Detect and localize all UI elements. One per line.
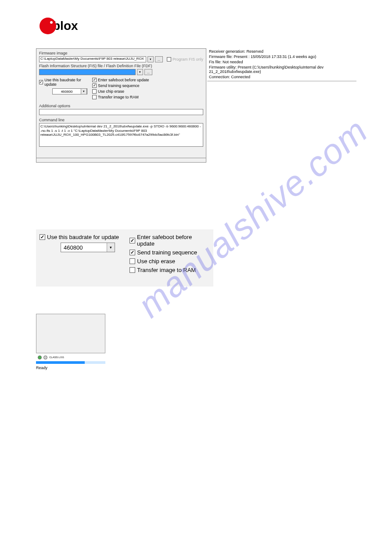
ready-status: Ready bbox=[36, 366, 105, 370]
use-baudrate-checkbox-zoom[interactable] bbox=[40, 234, 45, 240]
command-line-output: C:\Users\hunking\Desktop\uInternal dev 2… bbox=[39, 123, 203, 147]
enter-safeboot-checkbox-zoom[interactable] bbox=[129, 238, 135, 243]
receiver-generation-info: Receiver generation: Reserved bbox=[209, 49, 355, 54]
transfer-to-ram-checkbox-zoom[interactable] bbox=[129, 267, 135, 273]
fis-path-dropdown-icon[interactable]: ▾ bbox=[137, 69, 143, 75]
status-bar: CLASS LOG bbox=[36, 354, 105, 360]
options-zoom-panel: Use this baudrate for update 460800 ▾ En… bbox=[36, 229, 213, 287]
transfer-to-ram-label: Transfer image to RAM bbox=[98, 95, 139, 99]
send-training-checkbox-zoom[interactable] bbox=[129, 250, 135, 255]
firmware-image-path-input[interactable]: C:\LaptopDataMaster\My Documents\F9P 803… bbox=[39, 56, 146, 62]
use-chip-erase-checkbox[interactable] bbox=[92, 89, 97, 94]
baudrate-dropdown-icon[interactable]: ▾ bbox=[81, 88, 87, 94]
progress-bar bbox=[36, 361, 105, 364]
ublox-logo: blox bbox=[40, 18, 78, 34]
enter-safeboot-checkbox[interactable] bbox=[92, 78, 97, 82]
fis-browse-button[interactable]: ... bbox=[144, 69, 152, 75]
use-baudrate-label-zoom: Use this baudrate for update bbox=[47, 234, 119, 240]
firmware-file-info: Firmware file: Present : 15/05/2018 17:3… bbox=[209, 54, 355, 59]
use-chip-erase-label: Use chip erase bbox=[98, 89, 124, 94]
use-chip-erase-checkbox-zoom[interactable] bbox=[129, 258, 135, 264]
use-chip-erase-label-zoom: Use chip erase bbox=[137, 258, 175, 265]
firmware-browse-button[interactable]: ... bbox=[155, 56, 163, 62]
baudrate-value: 460800 bbox=[53, 90, 81, 94]
baudrate-select-zoom[interactable]: 460800 ▾ bbox=[61, 243, 115, 252]
firmware-utility-info: Firmware utility: Present (C:\Users\hunk… bbox=[209, 65, 355, 74]
send-training-label: Send training sequence bbox=[98, 83, 140, 88]
dialog-bottom-strip bbox=[36, 156, 206, 158]
enter-safeboot-label-zoom: Enter safeboot before update bbox=[137, 234, 210, 247]
status-crop-panel: CLASS LOG Ready bbox=[36, 314, 105, 372]
fis-file-path-input[interactable] bbox=[39, 69, 136, 75]
right-info-panel: Receiver generation: Reserved Firmware f… bbox=[207, 48, 356, 81]
additional-options-input[interactable] bbox=[39, 109, 203, 115]
enter-safeboot-label: Enter safeboot before update bbox=[98, 78, 149, 82]
left-config-panel: Firmware image C:\LaptopDataMaster\My Do… bbox=[36, 48, 206, 163]
status-class-log-label: CLASS LOG bbox=[49, 356, 64, 359]
connection-info: Connection: Connected bbox=[209, 75, 355, 79]
transfer-to-ram-checkbox[interactable] bbox=[92, 95, 97, 99]
output-area bbox=[36, 314, 105, 353]
additional-options-label: Additional options bbox=[39, 104, 203, 108]
command-line-label: Command line bbox=[39, 118, 203, 122]
fis-file-label: Flash Information Structure (FIS) file /… bbox=[39, 64, 203, 68]
send-training-label-zoom: Send training sequence bbox=[137, 249, 197, 256]
baudrate-dropdown-icon-zoom[interactable]: ▾ bbox=[107, 243, 115, 252]
firmware-path-dropdown-icon[interactable]: ▾ bbox=[147, 56, 154, 62]
status-dot-grey-icon bbox=[43, 355, 47, 359]
program-fis-only-checkbox[interactable] bbox=[167, 57, 171, 62]
firmware-image-label: Firmware image bbox=[39, 51, 203, 55]
use-baudrate-label: Use this baudrate for update bbox=[44, 78, 90, 87]
program-fis-only-label: Program FIS only bbox=[173, 57, 203, 62]
send-training-checkbox[interactable] bbox=[92, 83, 97, 88]
logo-circle-icon bbox=[40, 18, 56, 34]
fis-file-info: Fis file: Not needed bbox=[209, 60, 355, 64]
logo-text: blox bbox=[53, 19, 78, 33]
baudrate-value-zoom: 460800 bbox=[61, 244, 107, 251]
transfer-to-ram-label-zoom: Transfer image to RAM bbox=[137, 267, 196, 273]
use-baudrate-checkbox[interactable] bbox=[39, 80, 43, 84]
baudrate-select[interactable]: 460800 ▾ bbox=[52, 88, 87, 94]
status-dot-green-icon bbox=[38, 355, 42, 359]
